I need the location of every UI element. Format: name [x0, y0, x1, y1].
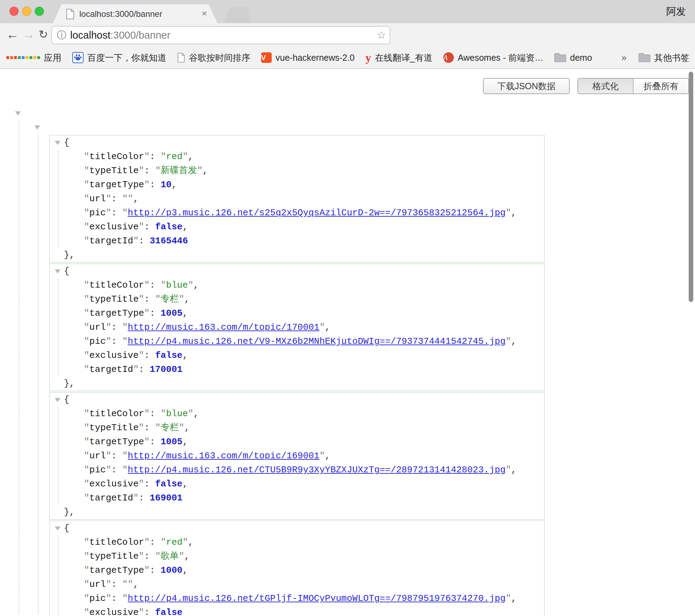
json-property-row: "url": "http://music.163.com/m/topic/170… [50, 320, 544, 334]
browser-tab[interactable]: localhost:3000/banner × [53, 4, 218, 24]
json-key: typeTitle [90, 294, 139, 304]
json-key: pic [90, 336, 106, 347]
json-key: url [90, 579, 106, 590]
bookmarks-overflow-chevron[interactable]: » [622, 52, 627, 63]
json-value-number: false [155, 607, 183, 616]
json-property-row: "exclusive": false, [50, 220, 544, 234]
tab-close-icon[interactable]: × [202, 4, 207, 24]
json-property-row: "titleColor": "blue", [50, 407, 544, 421]
json-object-box: {"titleColor": "blue","typeTitle": "专栏",… [49, 392, 545, 520]
json-property-row: "url": "http://music.163.com/m/topic/169… [50, 449, 544, 463]
bookmark-item-awesomes[interactable]: A Awesomes - 前端资… [443, 52, 543, 64]
indent-guide [58, 279, 59, 376]
json-object-box: {"titleColor": "red","typeTitle": "新碟首发"… [49, 135, 545, 263]
json-object-close-row: }, [50, 248, 544, 262]
json-object-close-row: }, [50, 376, 544, 391]
json-key: titleColor [90, 280, 144, 290]
json-key: url [90, 322, 106, 333]
json-link[interactable]: http://p3.music.126.net/s25q2x5QyqsAzilC… [128, 208, 506, 218]
json-link[interactable]: http://p4.music.126.net/CTU5B9R9y3XyYBZX… [128, 465, 506, 475]
zoom-window-button[interactable] [35, 7, 44, 16]
json-property-row: "exclusive": false, [50, 477, 544, 491]
json-value-string: red [166, 151, 183, 162]
collapse-toggle-icon[interactable] [34, 125, 40, 130]
new-tab-button[interactable] [224, 7, 252, 23]
json-value-number: 1000 [160, 565, 182, 576]
json-property-row: "url": "", [50, 192, 544, 206]
json-array-items: {"titleColor": "red","typeTitle": "新碟首发"… [0, 135, 688, 616]
format-button[interactable]: 格式化 [578, 79, 633, 93]
bookmark-item-apps[interactable]: 应用 [6, 52, 61, 64]
json-key: targetId [90, 493, 133, 503]
json-value-string: 歌单 [160, 551, 179, 562]
minimize-window-button[interactable] [22, 7, 31, 16]
json-property-row: "targetType": 1000, [50, 563, 544, 577]
page-info-icon[interactable]: ⓘ [57, 27, 66, 44]
json-value-number: 1005 [160, 308, 182, 319]
url-text[interactable]: localhost:3000/banner [70, 27, 170, 44]
json-key: targetId [90, 236, 133, 246]
json-object-open-row: { [50, 521, 544, 535]
json-key: url [90, 194, 106, 204]
json-key: exclusive [90, 479, 139, 489]
vue-icon: V [261, 52, 272, 63]
view-mode-button-group: 格式化 折叠所有 [577, 78, 689, 94]
json-root-open-row: { [0, 106, 688, 120]
bookmark-item-demo[interactable]: demo [554, 53, 592, 63]
bookmark-star-icon[interactable]: ☆ [377, 27, 386, 44]
json-value-string: blue [166, 408, 188, 419]
json-object-box: {"titleColor": "red","typeTitle": "歌单","… [49, 520, 545, 616]
json-value-number: false [155, 350, 183, 361]
json-property-row: "titleColor": "red", [50, 535, 544, 549]
scrollbar-thumb[interactable] [689, 72, 693, 302]
bookmark-item-youdao[interactable]: y 在线翻译_有道 [365, 51, 432, 64]
profile-name[interactable]: 阿发 [666, 0, 686, 23]
other-bookmarks-folder[interactable]: 其他书签 [638, 52, 689, 64]
forward-button: → [22, 23, 35, 47]
json-property-row: "targetId": 3165446 [50, 234, 544, 248]
json-key: exclusive [90, 350, 139, 361]
json-link[interactable]: http://p4.music.126.net/tGPljf-IMOCyPvum… [128, 593, 506, 604]
json-link[interactable]: http://music.163.com/m/topic/170001 [128, 322, 319, 333]
bookmark-item-baidu[interactable]: 百度一下，你就知道 [72, 52, 166, 64]
download-json-button[interactable]: 下载JSON数据 [483, 78, 570, 94]
bookmark-item-google-sort[interactable]: 谷歌按时间排序 [177, 52, 250, 64]
collapse-toggle-icon[interactable] [55, 269, 60, 274]
json-property-row: "url": "", [50, 577, 544, 591]
json-property-row: "pic": "http://p3.music.126.net/s25q2x5Q… [50, 206, 544, 220]
json-property-row: "typeTitle": "新碟首发", [50, 164, 544, 178]
json-link[interactable]: http://p4.music.126.net/V9-MXz6b2MNhEKju… [128, 336, 506, 347]
page-favicon-icon [66, 9, 74, 21]
indent-guide [58, 407, 59, 504]
json-value-string: 新碟首发 [160, 165, 197, 176]
json-value-number: 3165446 [150, 236, 188, 246]
json-link[interactable]: http://music.163.com/m/topic/169001 [128, 451, 319, 461]
youdao-icon: y [365, 51, 371, 64]
json-key: targetId [90, 364, 133, 375]
apps-grid-icon [6, 56, 40, 59]
collapse-all-button[interactable]: 折叠所有 [633, 79, 688, 93]
json-key: typeTitle [90, 165, 139, 176]
json-property-row: "pic": "http://p4.music.126.net/tGPljf-I… [50, 591, 544, 605]
json-object-open-row: { [50, 393, 544, 407]
baidu-paw-icon [72, 52, 84, 63]
bookmark-item-vue-hackernews[interactable]: V vue-hackernews-2.0 [261, 52, 355, 63]
json-value-number: false [155, 479, 183, 489]
collapse-toggle-icon[interactable] [55, 141, 60, 145]
address-bar[interactable]: ⓘ localhost:3000/banner ☆ [51, 26, 390, 44]
json-key: titleColor [90, 151, 144, 162]
reload-button[interactable]: ↻ [39, 23, 48, 47]
collapse-toggle-icon[interactable] [55, 398, 60, 402]
close-window-button[interactable] [9, 7, 19, 16]
json-object-open-row: { [50, 136, 544, 150]
json-key: targetType [90, 308, 144, 319]
json-object-close-row: }, [50, 505, 544, 519]
json-value-number: 169001 [150, 493, 183, 503]
json-value-number: false [155, 222, 183, 232]
back-button[interactable]: ← [6, 23, 19, 47]
json-key: typeTitle [90, 422, 139, 433]
collapse-toggle-icon[interactable] [15, 111, 21, 116]
collapse-toggle-icon[interactable] [55, 526, 60, 531]
json-key: targetType [90, 437, 144, 447]
json-value-string: 专栏 [160, 422, 179, 433]
